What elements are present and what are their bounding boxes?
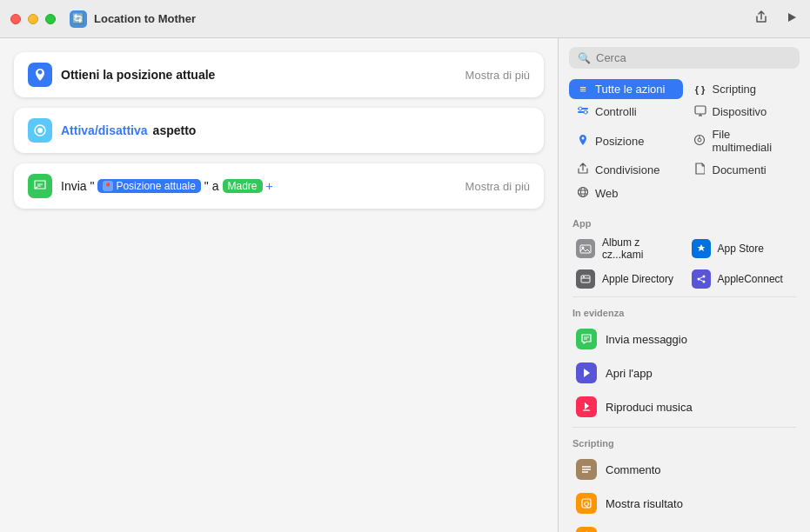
send-msg-icon bbox=[576, 329, 597, 349]
window-title: Location to Mother bbox=[94, 12, 753, 25]
app-item-appleconnect[interactable]: AppleConnect bbox=[685, 265, 800, 293]
category-all[interactable]: ≡ Tutte le azioni bbox=[569, 79, 683, 99]
apps-section-label: App bbox=[562, 211, 807, 232]
divider-1 bbox=[572, 296, 796, 297]
featured-section-label: In evidenza bbox=[562, 301, 807, 322]
featured-send-message[interactable]: Invia messaggio bbox=[566, 323, 803, 356]
category-media[interactable]: File multimediali bbox=[686, 124, 800, 157]
media-icon bbox=[693, 134, 707, 149]
category-device[interactable]: Dispositivo bbox=[686, 101, 800, 123]
svg-point-15 bbox=[581, 188, 586, 197]
message-action-icon bbox=[28, 174, 52, 198]
play-music-icon bbox=[576, 396, 597, 417]
main-content: Ottieni la posizione attuale Mostra di p… bbox=[0, 38, 810, 532]
toggle-action-icon bbox=[28, 118, 52, 143]
album-icon bbox=[576, 239, 595, 258]
scripting-section-label: Scripting bbox=[562, 431, 807, 452]
featured-open-app[interactable]: Apri l'app bbox=[566, 356, 803, 389]
run-button[interactable] bbox=[784, 10, 800, 29]
search-icon: 🔍 bbox=[578, 52, 591, 64]
documents-icon bbox=[693, 163, 707, 177]
app-item-apple-directory[interactable]: Apple Directory bbox=[569, 265, 685, 293]
device-icon bbox=[693, 104, 707, 119]
appleconnect-icon bbox=[692, 269, 711, 289]
divider-2 bbox=[572, 427, 796, 428]
sidebar-search-area: 🔍 bbox=[559, 38, 810, 76]
category-location[interactable]: Posizione bbox=[569, 124, 683, 157]
featured-play-music[interactable]: Riproduci musica bbox=[566, 390, 803, 423]
send-prefix: Invia " bbox=[61, 179, 94, 193]
svg-rect-20 bbox=[581, 276, 590, 283]
get-location-title: Ottieni la posizione attuale bbox=[61, 68, 457, 82]
svg-line-26 bbox=[700, 277, 703, 279]
titlebar: 🔄 Location to Mother bbox=[0, 0, 810, 38]
minimize-button[interactable] bbox=[28, 14, 38, 24]
svg-point-5 bbox=[584, 110, 587, 114]
category-documents[interactable]: Documenti bbox=[686, 159, 800, 181]
send-message-more[interactable]: Mostra di più bbox=[465, 180, 530, 193]
svg-point-22 bbox=[583, 276, 585, 278]
action-card-toggle: Attiva/disattiva aspetto bbox=[14, 108, 544, 153]
toggle-value: aspetto bbox=[153, 123, 197, 137]
send-message-row: Invia " 📍 Posizione attuale " a Madre + bbox=[61, 179, 457, 193]
svg-point-1 bbox=[37, 128, 43, 133]
web-icon bbox=[576, 186, 590, 201]
search-input[interactable] bbox=[596, 51, 791, 64]
svg-point-10 bbox=[698, 138, 701, 142]
show-result-icon: Q bbox=[576, 493, 597, 514]
send-middle: " a bbox=[204, 179, 219, 193]
app-item-album[interactable]: Album z cz...kami bbox=[569, 232, 685, 265]
sidebar-content: App Album z cz...kami bbox=[559, 211, 810, 532]
svg-rect-6 bbox=[695, 106, 706, 114]
svg-line-27 bbox=[700, 280, 703, 282]
token-icon: 📍 bbox=[103, 181, 113, 191]
open-app-icon bbox=[576, 362, 597, 383]
fullscreen-button[interactable] bbox=[45, 14, 56, 24]
controls-icon bbox=[576, 104, 590, 119]
contact-token: Madre bbox=[223, 179, 263, 193]
scripting-icon: { } bbox=[693, 84, 707, 95]
add-recipient-btn[interactable]: + bbox=[266, 179, 273, 193]
toggle-label: Attiva/disattiva bbox=[61, 123, 148, 137]
close-button[interactable] bbox=[10, 14, 21, 24]
get-location-more[interactable]: Mostra di più bbox=[465, 69, 530, 82]
category-share[interactable]: Condivisione bbox=[569, 159, 683, 181]
action-header-send-message: Invia " 📍 Posizione attuale " a Madre + … bbox=[14, 163, 544, 209]
traffic-lights bbox=[10, 14, 56, 24]
comment-icon bbox=[576, 459, 597, 480]
all-icon: ≡ bbox=[576, 83, 590, 96]
apple-directory-icon bbox=[576, 269, 595, 289]
scripting-comment[interactable]: Commento bbox=[566, 453, 803, 486]
search-bar: 🔍 bbox=[569, 47, 800, 69]
share-icon bbox=[576, 163, 590, 177]
location-icon bbox=[576, 134, 590, 149]
action-card-send-message: Invia " 📍 Posizione attuale " a Madre + … bbox=[14, 163, 544, 209]
appstore-icon bbox=[692, 239, 711, 258]
location-action-icon bbox=[28, 63, 52, 87]
category-web[interactable]: Web bbox=[569, 183, 683, 204]
svg-point-14 bbox=[579, 188, 588, 197]
toggle-title-row: Attiva/disattiva aspetto bbox=[61, 123, 530, 137]
editor-panel: Ottieni la posizione attuale Mostra di p… bbox=[0, 38, 558, 532]
app-icon: 🔄 bbox=[70, 10, 87, 28]
scripting-show-result[interactable]: Q Mostra risultato bbox=[566, 487, 803, 520]
location-token: 📍 Posizione attuale bbox=[97, 179, 200, 193]
titlebar-actions bbox=[753, 9, 800, 30]
action-card-get-location: Ottieni la posizione attuale Mostra di p… bbox=[14, 52, 544, 97]
apps-row: Album z cz...kami App Store bbox=[562, 232, 807, 293]
share-button[interactable] bbox=[753, 9, 770, 30]
category-grid: ≡ Tutte le azioni { } Scripting Controll… bbox=[559, 76, 810, 211]
action-header-toggle: Attiva/disattiva aspetto bbox=[14, 108, 544, 153]
action-header-get-location: Ottieni la posizione attuale Mostra di p… bbox=[14, 52, 544, 97]
sidebar: 🔍 ≡ Tutte le azioni { } Scripting bbox=[558, 38, 810, 532]
app-item-appstore[interactable]: App Store bbox=[685, 232, 800, 265]
svg-text:Q: Q bbox=[584, 500, 589, 508]
category-scripting[interactable]: { } Scripting bbox=[686, 79, 800, 99]
show-alert-icon bbox=[576, 527, 597, 532]
svg-point-4 bbox=[579, 107, 582, 110]
category-controls[interactable]: Controlli bbox=[569, 101, 683, 123]
scripting-show-alert[interactable]: Mostra avviso bbox=[566, 521, 803, 532]
